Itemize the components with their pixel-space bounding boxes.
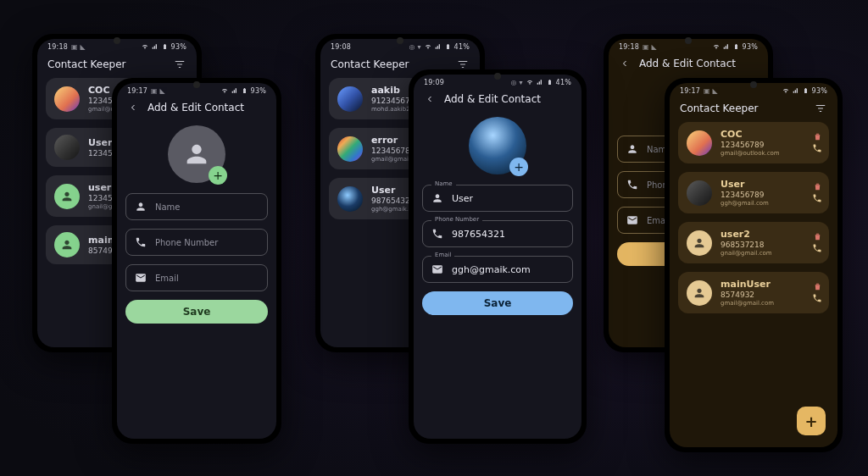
- phone-list-screen: 19:17▣ ◣ 93% Contact Keeper COC 12345678…: [670, 83, 837, 447]
- phone-field[interactable]: Phone Number 987654321: [422, 220, 573, 247]
- email-field[interactable]: Email ggh@gmaik.com: [422, 256, 573, 283]
- phone-icon: [431, 228, 443, 240]
- avatar: [337, 86, 363, 112]
- page-title: Contact Keeper: [680, 102, 758, 114]
- contact-card[interactable]: user2 968537218 gnail@gmail.com: [678, 222, 829, 263]
- mail-icon: [135, 272, 147, 284]
- filter-icon[interactable]: [814, 102, 827, 115]
- contact-card[interactable]: User 123456789 ggh@gmail.com: [678, 172, 829, 213]
- page-title: Contact Keeper: [47, 58, 125, 70]
- mail-icon: [626, 214, 638, 226]
- page-title: Add & Edit Contact: [444, 93, 541, 105]
- person-icon: [135, 201, 147, 213]
- contact-name: mainUser: [721, 279, 774, 290]
- page-title: Add & Edit Contact: [639, 58, 736, 69]
- page-title: Contact Keeper: [331, 58, 409, 70]
- phone-icon: [626, 179, 638, 191]
- add-photo-icon[interactable]: +: [509, 158, 528, 176]
- person-icon: [626, 143, 638, 155]
- avatar: [54, 135, 80, 160]
- contact-phone: 968537218: [721, 241, 772, 249]
- contact-email: ggh@gmail.com: [721, 200, 769, 207]
- save-button[interactable]: Save: [422, 291, 573, 315]
- avatar: [54, 86, 80, 112]
- page-title: Add & Edit Contact: [147, 102, 244, 113]
- call-icon[interactable]: [812, 291, 822, 307]
- phone-placeholder: Phone Number: [155, 238, 218, 247]
- call-icon[interactable]: [812, 141, 822, 157]
- avatar-image[interactable]: +: [469, 117, 526, 174]
- avatar: [337, 186, 363, 212]
- name-field[interactable]: Name User: [422, 185, 573, 212]
- back-icon[interactable]: [127, 102, 139, 113]
- contact-phone: 123456789: [721, 141, 780, 149]
- mail-icon: [431, 263, 443, 275]
- add-contact-fab[interactable]: +: [797, 407, 826, 435]
- phone-add-edit-screen: 19:17▣ ◣ 93% Add & Edit Contact +: [117, 83, 276, 439]
- name-placeholder: Name: [155, 202, 181, 212]
- avatar: [687, 180, 712, 206]
- person-icon: [431, 192, 443, 204]
- name-field[interactable]: Name: [125, 193, 268, 220]
- call-icon[interactable]: [812, 241, 822, 257]
- name-value: User: [452, 193, 473, 204]
- phone-value: 987654321: [452, 229, 505, 240]
- email-placeholder: Email: [155, 274, 179, 283]
- phone-field[interactable]: Phone Number: [125, 229, 268, 256]
- phone-add-edit-screen: 19:09 ◎ ▾ 41% Add & Edit Contact +: [414, 75, 581, 439]
- save-button[interactable]: Save: [125, 300, 268, 324]
- back-icon[interactable]: [619, 58, 631, 69]
- filter-icon[interactable]: [173, 58, 186, 71]
- email-value: ggh@gmaik.com: [452, 264, 531, 275]
- add-photo-icon[interactable]: +: [209, 166, 227, 185]
- contact-email: gmail@outlook.com: [721, 150, 780, 157]
- avatar: [54, 184, 80, 209]
- contact-name: User: [721, 179, 769, 190]
- call-icon[interactable]: [812, 191, 822, 207]
- avatar-placeholder[interactable]: +: [168, 125, 225, 183]
- phone-icon: [135, 236, 147, 248]
- contact-name: user2: [721, 229, 772, 240]
- contact-email: gmail@gmail.com: [721, 300, 774, 307]
- back-icon[interactable]: [424, 93, 436, 105]
- contact-card[interactable]: mainUser 8574932 gmail@gmail.com: [678, 272, 829, 313]
- name-label: Name: [431, 180, 456, 187]
- avatar: [337, 136, 363, 162]
- email-label: Email: [431, 252, 454, 258]
- phone-label: Phone Number: [431, 216, 482, 223]
- avatar: [54, 232, 80, 257]
- contact-phone: 8574932: [721, 291, 774, 299]
- email-field[interactable]: Email: [125, 264, 268, 291]
- contact-phone: 123456789: [721, 191, 769, 199]
- avatar: [687, 280, 712, 306]
- avatar: [687, 130, 712, 156]
- contact-name: COC: [721, 129, 780, 140]
- avatar: [687, 230, 712, 256]
- contact-email: gnail@gmail.com: [721, 250, 772, 257]
- contact-card[interactable]: COC 123456789 gmail@outlook.com: [678, 122, 829, 163]
